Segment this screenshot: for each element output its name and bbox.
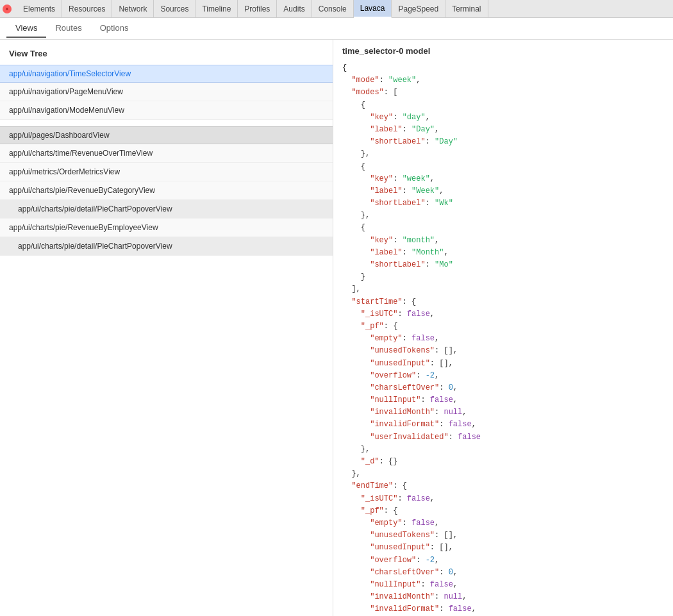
close-icon: ×	[5, 6, 8, 12]
subtab-routes[interactable]: Routes	[46, 19, 90, 38]
view-item-piechartpopover-1[interactable]: app/ui/charts/pie/detail/PieChartPopover…	[0, 200, 333, 219]
json-panel: time_selector-0 model { "mode": "week", …	[333, 40, 673, 616]
subtabs-bar: Views Routes Options	[0, 18, 673, 40]
tab-pagespeed[interactable]: PageSpeed	[392, 0, 445, 18]
main-content: View Tree app/ui/navigation/TimeSelector…	[0, 40, 673, 616]
tab-timeline[interactable]: Timeline	[195, 0, 238, 18]
tab-elements[interactable]: Elements	[17, 0, 62, 18]
json-panel-title: time_selector-0 model	[342, 46, 664, 56]
devtools-toolbar: × Elements Resources Network Sources Tim…	[0, 0, 673, 18]
view-item-pagemenuview[interactable]: app/ui/navigation/PageMenuView	[0, 83, 333, 101]
view-tree-title: View Tree	[0, 46, 333, 65]
view-group-timeselector: app/ui/navigation/TimeSelectorView app/u…	[0, 65, 333, 120]
view-item-piechartpopover-2[interactable]: app/ui/charts/pie/detail/PieChartPopover…	[0, 237, 333, 256]
tab-terminal[interactable]: Terminal	[445, 0, 488, 18]
tab-console[interactable]: Console	[312, 0, 354, 18]
view-item-revenueovertimeview[interactable]: app/ui/charts/time/RevenueOverTimeView	[0, 144, 333, 163]
tab-profiles[interactable]: Profiles	[238, 0, 277, 18]
view-group-header-timeselector[interactable]: app/ui/navigation/TimeSelectorView	[0, 65, 333, 83]
tab-audits[interactable]: Audits	[277, 0, 312, 18]
view-group-dashboard: app/ui/pages/DashboardView app/ui/charts…	[0, 126, 333, 256]
view-item-revenuebyemployeeview[interactable]: app/ui/charts/pie/RevenueByEmployeeView	[0, 219, 333, 237]
subtab-options[interactable]: Options	[91, 19, 138, 38]
view-tree-panel: View Tree app/ui/navigation/TimeSelector…	[0, 40, 333, 616]
close-button[interactable]: ×	[3, 4, 12, 13]
view-group-header-dashboard[interactable]: app/ui/pages/DashboardView	[0, 126, 333, 144]
tab-lavaca[interactable]: Lavaca	[354, 0, 392, 18]
subtab-views[interactable]: Views	[6, 19, 46, 38]
view-item-modemenuview[interactable]: app/ui/navigation/ModeMenuView	[0, 101, 333, 120]
tab-network[interactable]: Network	[112, 0, 154, 18]
tab-resources[interactable]: Resources	[62, 0, 112, 18]
json-content: { "mode": "week", "modes": [ { "key": "d…	[342, 62, 664, 616]
view-item-ordermetricsview[interactable]: app/ui/metrics/OrderMetricsView	[0, 163, 333, 181]
view-item-revenuebycategoryview[interactable]: app/ui/charts/pie/RevenueByCategoryView	[0, 181, 333, 200]
tab-sources[interactable]: Sources	[154, 0, 195, 18]
